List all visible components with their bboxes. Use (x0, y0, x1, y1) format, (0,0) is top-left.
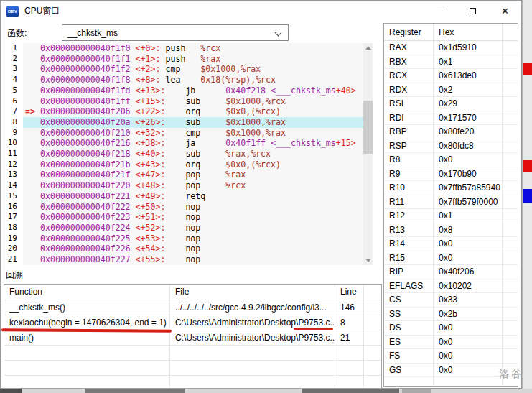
register-row[interactable]: RCX0x613de0 (384, 69, 518, 83)
close-button[interactable]: ✕ (489, 1, 521, 22)
register-row[interactable]: RAX0x1d5910 (384, 41, 518, 55)
screenshot-root: DEV CPU窗口 ✕ 函数: __chkstk_ms 123456789101… (0, 0, 532, 393)
register-row[interactable]: ES0x0 (384, 336, 518, 350)
disasm-segment: %rcx (225, 180, 246, 190)
register-name: RCX (384, 69, 434, 83)
column-header-line[interactable]: Line (335, 285, 364, 300)
disasm-line[interactable]: 0x000000000040f221 <+49>: retq (23, 191, 363, 202)
disasm-line[interactable]: 0x000000000040f224 <+52>: nop (23, 223, 363, 234)
disasm-segment (25, 138, 40, 148)
minimize-icon (437, 11, 444, 11)
register-row[interactable]: GS0x0 (384, 364, 518, 378)
background-bottom-sliver (0, 389, 532, 393)
disasm-segment: ja (185, 138, 195, 148)
register-name: RSI (384, 97, 434, 111)
disasm-segment (131, 212, 136, 222)
register-row[interactable]: RDX0x2 (384, 83, 518, 98)
register-cell-filler (503, 139, 518, 153)
register-row[interactable]: RBP0x80fe20 (384, 125, 518, 139)
register-row[interactable]: R100x7ffb57a85940 (384, 181, 518, 195)
disasm-segment (131, 159, 136, 170)
disasm-segment (25, 128, 40, 138)
register-row[interactable]: RDI0x171570 (384, 111, 518, 126)
disasm-line[interactable]: 0x000000000040f223 <+51>: nop (23, 212, 363, 223)
disasm-line[interactable]: 0x000000000040f1ff <+15>: sub $0x1000,%r… (23, 96, 363, 107)
line-number: 21 (1, 254, 23, 265)
column-header-filler (364, 285, 381, 300)
disasm-line[interactable]: 0x000000000040f21b <+43>: orq $0x0,(%rcx… (23, 159, 363, 170)
register-panel: Register Hex RAX0x1d5910RBX0x1RCX0x613de… (383, 23, 518, 387)
scrollbar-thumb[interactable] (363, 101, 373, 154)
register-row[interactable]: CS0x33 (384, 293, 518, 308)
disasm-line[interactable]: 0x000000000040f216 <+38>: ja 0x40f1ff <_… (23, 138, 363, 149)
register-row[interactable]: R110x7ffb579f0000 (384, 195, 518, 210)
register-row[interactable]: R150x0 (384, 251, 518, 266)
disasm-line[interactable]: 0x000000000040f220 <+48>: pop %rcx (23, 180, 363, 191)
register-name: RAX (384, 41, 434, 55)
disasm-line[interactable]: 0x000000000040f218 <+40>: sub %rax,%rcx (23, 149, 363, 159)
register-row[interactable]: EFLAGS0x10202 (384, 279, 518, 294)
disasm-segment (165, 234, 185, 244)
disasm-segment (25, 180, 40, 190)
disasm-segment: 0x000000000040f1f8 (40, 75, 131, 85)
backtrace-cell: __chkstk_ms() (4, 300, 170, 315)
register-row[interactable]: R120x1 (384, 209, 518, 223)
disasm-segment: pop (185, 170, 200, 180)
maximize-button[interactable] (457, 1, 489, 22)
register-row[interactable]: RIP0x40f206 (384, 265, 518, 279)
disasm-segment: sub (185, 117, 200, 127)
disasm-segment: <+51>: (136, 212, 166, 222)
register-row[interactable]: R80x0 (384, 153, 518, 167)
disasm-line[interactable]: 0x000000000040f222 <+50>: nop (23, 202, 363, 213)
register-row[interactable]: RSP0x80fdc8 (384, 139, 518, 154)
register-row[interactable]: R90x170b90 (384, 167, 518, 182)
register-cell-filler (503, 181, 518, 195)
minimize-button[interactable] (424, 1, 457, 22)
disasm-line[interactable]: 0x000000000040f21f <+47>: pop %rax (23, 170, 363, 180)
scroll-down-button[interactable] (363, 256, 373, 265)
disasm-line[interactable]: 0x000000000040f1fd <+13>: jb 0x40f218 <_… (23, 85, 363, 96)
disasm-segment (25, 96, 40, 106)
title-bar[interactable]: DEV CPU窗口 ✕ (1, 1, 521, 22)
disasm-line[interactable]: 0x000000000040f210 <+32>: cmp $0x1000,%r… (23, 128, 363, 139)
line-number: 8 (1, 117, 23, 128)
disasm-line[interactable]: 0x000000000040f1f0 <+0>: push %rcx (23, 43, 363, 54)
column-header-hex[interactable]: Hex (434, 24, 503, 40)
disasm-line[interactable]: => 0x000000000040f206 <+22>: orq $0x0,(%… (23, 106, 363, 117)
disasm-line[interactable]: 0x000000000040f1f8 <+8>: lea 0x18(%rsp),… (23, 75, 363, 85)
function-combobox[interactable]: __chkstk_ms (62, 24, 289, 41)
disasm-line[interactable]: 0x000000000040f20a <+26>: sub $0x1000,%r… (23, 117, 363, 128)
disasm-segment (200, 170, 225, 180)
backtrace-cell-filler (364, 300, 381, 315)
disasm-line[interactable]: 0x000000000040f1f2 <+2>: cmp $0x1000,%ra… (23, 64, 363, 75)
backtrace-cell: 21 (335, 330, 364, 345)
backtrace-row[interactable]: __chkstk_ms()../../../../../src/gcc-4.9.… (4, 300, 381, 315)
register-row[interactable]: DS0x0 (384, 321, 518, 336)
register-value: 0x0 (434, 349, 503, 363)
column-header-function[interactable]: Function (4, 285, 170, 300)
register-name: R8 (384, 153, 434, 167)
register-row[interactable]: R140x0 (384, 237, 518, 251)
line-number: 15 (1, 191, 23, 202)
disasm-line[interactable]: 0x000000000040f225 <+53>: nop (23, 234, 363, 244)
register-row[interactable]: FS0x0 (384, 349, 518, 364)
backtrace-row[interactable]: main()C:\Users\Administrator\Desktop\P97… (4, 330, 381, 346)
register-row[interactable]: R130x8 (384, 223, 518, 238)
disasm-line[interactable]: 0x000000000040f1f1 <+1>: push %rax (23, 54, 363, 65)
disasm-segment: $0x1000,%rcx (225, 96, 286, 106)
register-value: 0x0 (434, 153, 503, 167)
disasm-segment (200, 149, 225, 159)
register-row[interactable]: RBX0x1 (384, 55, 518, 70)
column-header-file[interactable]: File (170, 285, 335, 300)
register-value: 0x1 (434, 55, 503, 69)
register-row[interactable]: RSI0x29 (384, 97, 518, 111)
scroll-up-button[interactable] (363, 43, 373, 52)
disasm-line[interactable]: 0x000000000040f226 <+54>: nop (23, 244, 363, 254)
disasm-line[interactable]: 0x000000000040f227 <+55>: nop (23, 254, 363, 265)
disasm-scrollbar[interactable] (363, 43, 373, 265)
register-row[interactable]: SS0x2b (384, 308, 518, 322)
disasm-segment (25, 244, 40, 254)
column-header-register[interactable]: Register (384, 24, 434, 40)
disasm-segment (165, 149, 185, 159)
register-cell-filler (503, 321, 518, 335)
